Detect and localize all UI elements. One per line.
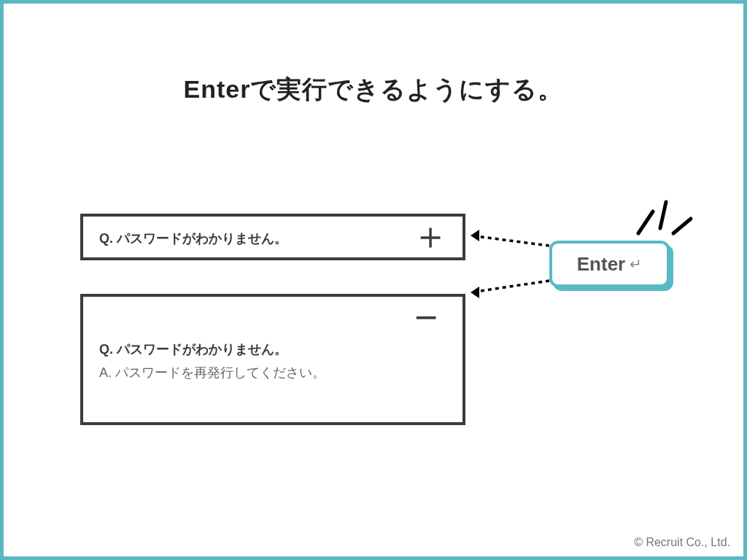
svg-line-5 <box>660 202 666 228</box>
arrow-to-expanded <box>462 275 557 304</box>
enter-key-button[interactable]: Enter ↵ <box>549 241 670 287</box>
minus-icon: － <box>404 298 448 333</box>
return-icon: ↵ <box>630 255 642 273</box>
faq-item-collapsed[interactable]: Q. パスワードがわかりません。 ＋ <box>80 214 465 260</box>
faq-item-expanded[interactable]: Q. パスワードがわかりません。 A. パスワードを再発行してください。 － <box>80 294 465 425</box>
faq-question: Q. パスワードがわかりません。 <box>99 341 446 358</box>
svg-line-4 <box>638 211 653 233</box>
slide-frame: Enterで実行できるようにする。 Q. パスワードがわかりません。 ＋ Q. … <box>0 0 747 560</box>
slide-title: Enterで実行できるようにする。 <box>4 73 743 106</box>
plus-icon: ＋ <box>411 215 449 256</box>
copyright-text: © Recruit Co., Ltd. <box>634 536 730 549</box>
svg-line-6 <box>673 219 691 233</box>
faq-question: Q. パスワードがわかりません。 <box>99 230 446 247</box>
arrow-to-collapsed <box>462 222 557 252</box>
faq-answer: A. パスワードを再発行してください。 <box>99 364 446 381</box>
enter-key-label: Enter <box>577 253 625 276</box>
svg-line-2 <box>471 281 549 292</box>
svg-marker-1 <box>471 230 479 241</box>
svg-marker-3 <box>471 287 479 298</box>
svg-line-0 <box>471 236 549 246</box>
